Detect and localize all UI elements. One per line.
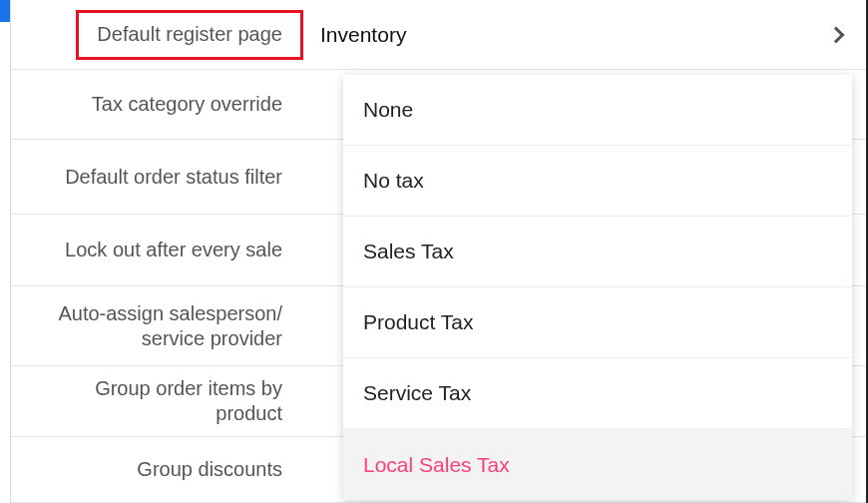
label-text: Tax category override [92, 92, 282, 117]
row-default-register-page[interactable]: Default register page Inventory [11, 0, 866, 70]
option-label: Sales Tax [363, 240, 454, 263]
option-label: No tax [363, 169, 424, 193]
label-text: Default order status filter [65, 165, 282, 190]
dropdown-option-no-tax[interactable]: No tax [343, 146, 852, 217]
dropdown-option-none[interactable]: None [343, 75, 852, 146]
label-text: Default register page [97, 22, 282, 47]
label-line2: service provider [58, 326, 282, 351]
dropdown-option-product-tax[interactable]: Product Tax [343, 287, 852, 358]
value-text: Inventory [320, 23, 406, 47]
chevron-right-icon [828, 26, 845, 43]
label-default-register-page: Default register page [11, 22, 302, 47]
option-label: Local Sales Tax [363, 453, 510, 477]
dropdown-option-local-sales-tax[interactable]: Local Sales Tax [343, 429, 852, 500]
label-text: Lock out after every sale [65, 238, 282, 262]
settings-panel: Default register page Inventory Tax cate… [10, 0, 868, 503]
label-line1: Auto-assign salesperson/ [58, 301, 282, 326]
label-default-order-status-filter: Default order status filter [11, 165, 302, 190]
label-group-order-items-by-product: Group order items by product [11, 376, 302, 426]
label-text: Group discounts [137, 457, 282, 482]
label-tax-category-override: Tax category override [11, 92, 302, 117]
option-label: None [363, 98, 413, 122]
option-label: Product Tax [363, 310, 474, 334]
label-group-discounts: Group discounts [11, 457, 302, 482]
label-lock-out-after-every-sale: Lock out after every sale [11, 238, 302, 262]
option-label: Service Tax [363, 381, 471, 405]
dropdown-option-service-tax[interactable]: Service Tax [343, 358, 852, 429]
value-default-register-page: Inventory [302, 23, 866, 47]
label-auto-assign-salesperson: Auto-assign salesperson/ service provide… [11, 301, 302, 351]
left-accent-bar [0, 0, 10, 22]
label-text: Group order items by product [25, 376, 282, 426]
tax-category-dropdown[interactable]: None No tax Sales Tax Product Tax Servic… [343, 75, 852, 500]
dropdown-option-sales-tax[interactable]: Sales Tax [343, 217, 852, 287]
